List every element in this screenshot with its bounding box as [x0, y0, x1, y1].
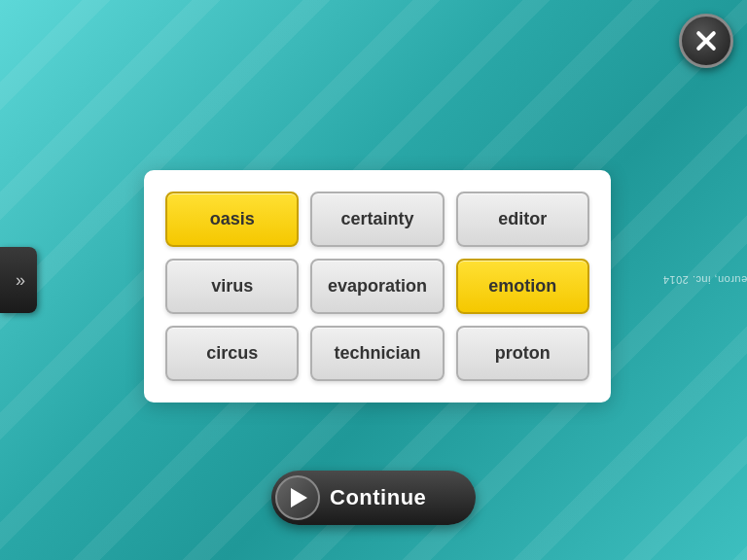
continue-label: Continue	[330, 485, 426, 510]
word-grid-card: oasis certainty editor virus evaporation…	[144, 170, 611, 402]
word-button-certainty[interactable]: certainty	[310, 192, 444, 247]
copyright-text: © HAPPYneuron, inc. 2014	[662, 274, 747, 286]
word-button-evaporation[interactable]: evaporation	[310, 259, 444, 314]
close-button[interactable]	[679, 14, 733, 68]
word-grid: oasis certainty editor virus evaporation…	[165, 192, 589, 381]
word-button-oasis[interactable]: oasis	[165, 192, 299, 247]
word-button-virus[interactable]: virus	[165, 259, 299, 314]
word-button-technician[interactable]: technician	[310, 326, 444, 381]
word-button-editor[interactable]: editor	[456, 192, 589, 247]
left-nav-tab[interactable]: »	[0, 247, 37, 313]
play-triangle-icon	[291, 488, 307, 508]
word-button-emotion[interactable]: emotion	[456, 259, 589, 314]
continue-button[interactable]: Continue	[271, 471, 476, 525]
word-button-proton[interactable]: proton	[456, 326, 589, 381]
play-icon	[275, 475, 320, 520]
word-button-circus[interactable]: circus	[165, 326, 299, 381]
chevron-right-icon: »	[16, 270, 21, 291]
